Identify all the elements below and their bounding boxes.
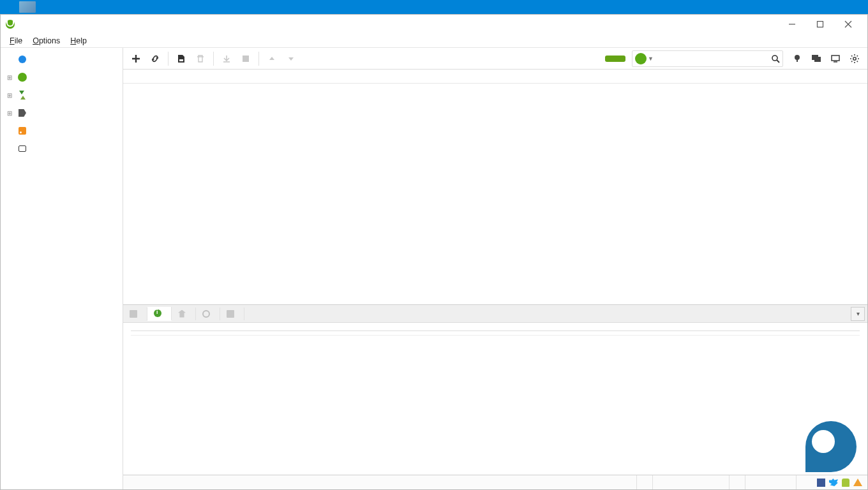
device-icon <box>17 144 27 154</box>
sidebar-item-labels[interactable]: ⊞ <box>1 104 123 122</box>
speed-icon <box>227 310 234 318</box>
menu-file[interactable]: File <box>4 35 27 47</box>
svg-rect-6 <box>243 56 249 62</box>
status-dht[interactable] <box>636 475 652 489</box>
label-icon <box>17 108 27 118</box>
sidebar-item-devices[interactable] <box>1 140 123 158</box>
facebook-icon[interactable] <box>817 479 825 487</box>
transfer-header <box>131 330 860 336</box>
tab-peers[interactable] <box>172 308 196 320</box>
warning-icon[interactable] <box>853 479 862 486</box>
torrents-icon <box>17 90 27 100</box>
detail-tabs: ▾ <box>123 305 867 323</box>
tab-speed[interactable] <box>220 308 244 320</box>
chat-button[interactable] <box>807 50 825 68</box>
titlebar[interactable] <box>1 15 867 34</box>
svg-point-9 <box>795 55 800 60</box>
statusbar <box>123 475 867 489</box>
create-torrent-button[interactable] <box>172 50 190 68</box>
trackers-icon <box>202 310 210 318</box>
collapse-detail-button[interactable]: ▾ <box>851 307 865 321</box>
detail-panel: ▾ <box>123 304 867 475</box>
bundles-button[interactable] <box>788 50 806 68</box>
status-upload[interactable] <box>796 475 812 489</box>
add-torrent-button[interactable] <box>127 50 145 68</box>
settings-button[interactable] <box>846 50 864 68</box>
tab-files[interactable] <box>123 308 147 320</box>
sidebar: ⊞ ⊞ ⊞ <box>1 48 123 489</box>
remove-button[interactable] <box>191 50 209 68</box>
search-input[interactable] <box>656 54 771 63</box>
detail-body <box>123 323 867 475</box>
tab-trackers[interactable] <box>196 308 220 320</box>
search-icon[interactable] <box>771 54 780 63</box>
android-icon[interactable] <box>842 479 849 487</box>
stop-button[interactable] <box>237 50 255 68</box>
menubar: File Options Help <box>1 34 867 48</box>
svg-rect-12 <box>814 57 821 62</box>
twitter-icon[interactable] <box>829 479 838 486</box>
app-logo-icon <box>6 20 15 29</box>
column-headers[interactable] <box>123 70 867 84</box>
toolbar: ▼ <box>123 48 867 70</box>
close-button[interactable] <box>834 15 862 33</box>
torrent-list[interactable] <box>123 84 867 304</box>
search-box[interactable]: ▼ <box>632 50 783 67</box>
svg-point-15 <box>853 57 856 59</box>
remote-button[interactable] <box>827 50 844 68</box>
status-download[interactable] <box>729 475 745 489</box>
svg-rect-13 <box>832 56 839 61</box>
upgrade-button[interactable] <box>605 56 625 62</box>
menu-options[interactable]: Options <box>27 35 65 47</box>
maximize-button[interactable] <box>806 15 834 33</box>
now-icon <box>17 54 27 64</box>
peers-icon <box>178 310 186 318</box>
start-button[interactable] <box>218 50 236 68</box>
rss-icon <box>17 126 27 136</box>
search-provider-icon[interactable] <box>635 53 647 64</box>
sidebar-item-upgrade[interactable]: ⊞ <box>1 68 123 86</box>
expand-icon[interactable]: ⊞ <box>7 74 13 81</box>
sidebar-item-torrents[interactable]: ⊞ <box>1 86 123 104</box>
utorrent-icon <box>17 72 27 82</box>
move-down-button[interactable] <box>282 50 300 68</box>
svg-line-8 <box>777 60 779 63</box>
main-panel: ▼ <box>123 48 867 489</box>
sidebar-item-feeds[interactable] <box>1 122 123 140</box>
tab-info[interactable] <box>147 307 172 321</box>
app-window: File Options Help ⊞ ⊞ ⊞ <box>0 14 868 490</box>
add-url-button[interactable] <box>146 50 164 68</box>
expand-icon[interactable]: ⊞ <box>7 92 13 99</box>
sidebar-item-now[interactable] <box>1 50 123 68</box>
minimize-button[interactable] <box>778 15 806 33</box>
svg-rect-4 <box>179 59 183 61</box>
files-icon <box>130 310 137 318</box>
dropdown-icon[interactable]: ▼ <box>648 56 654 62</box>
move-up-button[interactable] <box>263 50 281 68</box>
menu-help[interactable]: Help <box>65 35 92 47</box>
expand-icon[interactable]: ⊞ <box>7 110 13 117</box>
svg-point-7 <box>772 56 777 61</box>
svg-rect-1 <box>818 22 823 27</box>
svg-rect-10 <box>797 59 798 62</box>
info-icon <box>154 309 161 317</box>
desktop-shortcut-icon <box>19 1 36 13</box>
